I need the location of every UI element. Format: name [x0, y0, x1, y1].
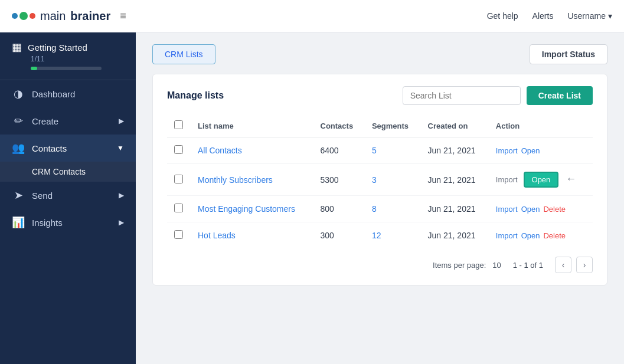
manage-lists-title: Manage lists	[167, 90, 224, 101]
table-row: Monthly Subscribers53003Jun 21, 2021 Imp…	[167, 164, 593, 196]
list-name-link[interactable]: Most Engaging Customers	[198, 204, 295, 214]
row-checkbox[interactable]	[174, 175, 183, 183]
tabs-container: CRM Lists	[152, 44, 215, 64]
card-header: Manage lists Create List	[167, 86, 593, 105]
col-contacts: Contacts	[313, 114, 365, 137]
delete-link[interactable]: Delete	[543, 231, 566, 240]
tab-crm-lists[interactable]: CRM Lists	[152, 44, 215, 64]
action-cell: ImportOpen	[489, 137, 593, 164]
search-input[interactable]	[403, 86, 521, 105]
send-icon: ➤	[12, 189, 25, 202]
contacts-count: 6400	[313, 137, 365, 164]
import-link[interactable]: Import	[496, 231, 518, 240]
topnav-right: Get help Alerts Username ▾	[487, 11, 612, 21]
col-action: Action	[489, 114, 593, 137]
getting-started-section: ▦ Getting Started 1/11	[0, 32, 136, 80]
sidebar: ▦ Getting Started 1/11 ◑ Dashboard ✏ Cre…	[0, 32, 136, 364]
import-link[interactable]: Import	[496, 146, 518, 155]
table-body: All Contacts64005Jun 21, 2021ImportOpenM…	[167, 137, 593, 249]
table-row: All Contacts64005Jun 21, 2021ImportOpen	[167, 137, 593, 164]
import-status-button[interactable]: Import Status	[530, 44, 607, 64]
created-date: Jun 21, 2021	[421, 196, 489, 222]
prev-page-button[interactable]: ‹	[555, 257, 571, 273]
next-page-button[interactable]: ›	[576, 257, 593, 273]
manage-lists-card: Manage lists Create List List name Conta…	[152, 74, 607, 286]
table-row: Hot Leads30012Jun 21, 2021ImportOpenDele…	[167, 222, 593, 249]
row-checkbox[interactable]	[174, 145, 183, 154]
progress-bar-fill	[31, 67, 37, 70]
segment-link[interactable]: 3	[372, 175, 377, 185]
contacts-count: 800	[313, 196, 365, 222]
create-arrow-icon: ▶	[119, 117, 124, 125]
action-cell: ImportOpenDelete	[489, 222, 593, 249]
table-header: List name Contacts Segments Created on A…	[167, 114, 593, 137]
progress-bar-container	[31, 67, 102, 70]
getting-started-item[interactable]: ▦ Getting Started	[12, 41, 124, 54]
main-content: CRM Lists Import Status Manage lists Cre…	[136, 32, 624, 364]
sidebar-item-create[interactable]: ✏ Create ▶	[0, 107, 136, 135]
arrow-cursor-icon: ←	[566, 173, 576, 185]
sidebar-item-dashboard[interactable]: ◑ Dashboard	[0, 80, 136, 107]
hamburger-menu[interactable]: ≡	[120, 10, 126, 22]
items-per-page-label: Items per page: 10	[433, 261, 501, 270]
sidebar-item-insights[interactable]: 📊 Insights ▶	[0, 209, 136, 236]
pagination-arrows: ‹ ›	[555, 257, 593, 273]
import-link[interactable]: Import	[496, 175, 518, 184]
tab-area: CRM Lists Import Status	[152, 44, 607, 64]
lists-table: List name Contacts Segments Created on A…	[167, 114, 593, 248]
insights-icon: 📊	[12, 216, 25, 229]
create-icon: ✏	[12, 114, 25, 127]
col-created-on: Created on	[421, 114, 489, 137]
segment-link[interactable]: 5	[372, 146, 377, 155]
created-date: Jun 21, 2021	[421, 137, 489, 164]
created-date: Jun 21, 2021	[421, 164, 489, 196]
table-row: Most Engaging Customers8008Jun 21, 2021I…	[167, 196, 593, 222]
contacts-count: 5300	[313, 164, 365, 196]
top-navigation: mainbrainer ≡ Get help Alerts Username ▾	[0, 0, 624, 32]
col-segments: Segments	[365, 114, 421, 137]
getting-started-progress: 1/11	[31, 55, 124, 63]
action-cell: Import Open ←	[489, 164, 593, 196]
get-help-link[interactable]: Get help	[487, 11, 518, 21]
sidebar-item-contacts[interactable]: 👥 Contacts ▼	[0, 135, 136, 162]
pagination-info: 1 - 1 of 1	[513, 261, 543, 270]
created-date: Jun 21, 2021	[421, 222, 489, 249]
dashboard-icon: ◑	[12, 87, 25, 100]
dashboard-label: Dashboard	[32, 89, 75, 99]
segment-link[interactable]: 12	[372, 231, 381, 240]
open-button-highlight[interactable]: Open	[524, 172, 559, 188]
contacts-icon: 👥	[12, 142, 25, 155]
contacts-label: Contacts	[32, 143, 67, 153]
list-name-link[interactable]: Monthly Subscribers	[198, 175, 273, 185]
getting-started-label: Getting Started	[28, 42, 87, 53]
sidebar-item-send[interactable]: ➤ Send ▶	[0, 182, 136, 209]
sidebar-item-crm-contacts[interactable]: CRM Contacts	[0, 162, 136, 182]
contacts-arrow-icon: ▼	[117, 144, 124, 152]
row-checkbox[interactable]	[174, 230, 183, 239]
alerts-link[interactable]: Alerts	[532, 11, 554, 21]
table-footer: Items per page: 10 1 - 1 of 1 ‹ ›	[167, 248, 593, 273]
col-list-name: List name	[191, 114, 313, 137]
logo-icon	[12, 12, 35, 20]
list-name-link[interactable]: Hot Leads	[198, 231, 236, 240]
list-name-link[interactable]: All Contacts	[198, 146, 242, 155]
select-all-checkbox[interactable]	[174, 120, 183, 129]
create-list-button[interactable]: Create List	[527, 86, 593, 105]
segment-link[interactable]: 8	[372, 204, 377, 214]
send-arrow-icon: ▶	[119, 191, 124, 199]
logo-text: mainbrainer	[40, 9, 110, 23]
username-menu[interactable]: Username ▾	[567, 11, 612, 21]
open-link[interactable]: Open	[521, 146, 540, 155]
insights-arrow-icon: ▶	[119, 218, 124, 227]
open-link[interactable]: Open	[521, 231, 540, 240]
row-checkbox[interactable]	[174, 204, 183, 212]
import-link[interactable]: Import	[496, 205, 518, 214]
action-cell: ImportOpenDelete	[489, 196, 593, 222]
contacts-count: 300	[313, 222, 365, 249]
search-create-area: Create List	[403, 86, 593, 105]
delete-link[interactable]: Delete	[543, 205, 566, 214]
send-label: Send	[32, 191, 53, 201]
open-link[interactable]: Open	[521, 205, 540, 214]
getting-started-icon: ▦	[12, 41, 22, 54]
create-label: Create	[32, 116, 58, 126]
